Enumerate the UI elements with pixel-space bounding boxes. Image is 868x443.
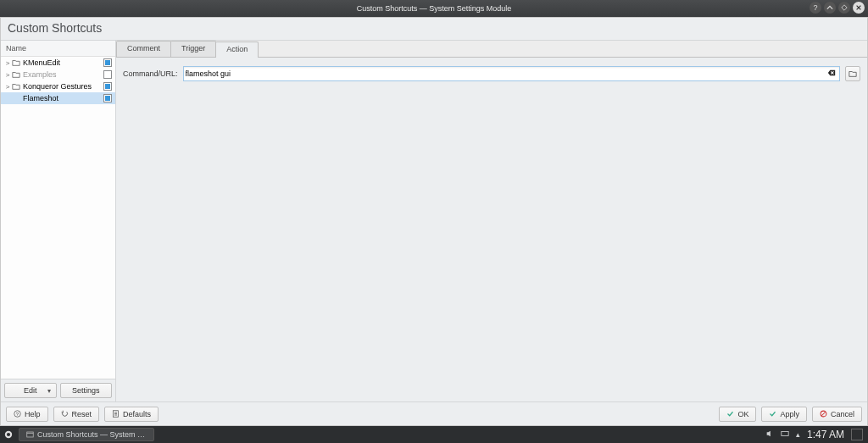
help-icon: ? bbox=[14, 410, 21, 418]
settings-button-label: Settings bbox=[72, 386, 100, 395]
enable-checkbox[interactable] bbox=[103, 70, 112, 79]
detail-pane: CommentTriggerAction Command/URL: bbox=[116, 41, 867, 401]
defaults-button[interactable]: Defaults bbox=[104, 407, 159, 422]
ok-button-label: OK bbox=[737, 410, 748, 418]
reset-button[interactable]: Reset bbox=[53, 407, 100, 422]
reset-button-label: Reset bbox=[72, 410, 92, 418]
command-label: Command/URL: bbox=[123, 69, 178, 78]
tree-row-label: Examples bbox=[21, 70, 100, 79]
svg-rect-8 bbox=[782, 432, 788, 436]
cancel-button-label: Cancel bbox=[831, 410, 854, 418]
window-icon bbox=[26, 430, 34, 439]
defaults-button-label: Defaults bbox=[123, 410, 151, 418]
tab-comment[interactable]: Comment bbox=[116, 41, 171, 57]
tray-expand-icon[interactable]: ▴ bbox=[796, 430, 800, 439]
expander-icon[interactable]: > bbox=[4, 71, 11, 79]
tree-row-label: Flameshot bbox=[21, 94, 100, 102]
start-button[interactable] bbox=[0, 426, 17, 443]
folder-icon bbox=[11, 70, 21, 79]
tree-row-konqueror-gestures[interactable]: >Konqueror Gestures bbox=[1, 80, 115, 92]
window-titlebar: Custom Shortcuts — System Settings Modul… bbox=[0, 0, 868, 17]
maximize-window-button[interactable] bbox=[838, 2, 850, 14]
volume-icon[interactable] bbox=[765, 429, 774, 440]
content-area: Name >KMenuEdit>Examples>Konqueror Gestu… bbox=[1, 41, 867, 401]
apply-button-label: Apply bbox=[780, 410, 799, 418]
svg-point-5 bbox=[7, 433, 10, 436]
folder-open-icon bbox=[849, 69, 857, 78]
undo-icon bbox=[61, 410, 69, 418]
shortcut-tree[interactable]: >KMenuEdit>Examples>Konqueror GesturesFl… bbox=[1, 57, 115, 379]
command-row: Command/URL: bbox=[123, 66, 860, 81]
help-button-label: Help bbox=[25, 410, 41, 418]
tree-header-name: Name bbox=[1, 41, 115, 57]
sidebar-buttons: Edit ▾ Settings bbox=[1, 379, 115, 401]
show-desktop-button[interactable] bbox=[851, 429, 863, 440]
tree-row-flameshot[interactable]: Flameshot bbox=[1, 92, 115, 104]
taskbar-task[interactable]: Custom Shortcuts — System Setti... bbox=[19, 428, 154, 441]
window-buttons: ? bbox=[810, 2, 865, 14]
expander-icon[interactable]: > bbox=[4, 59, 11, 67]
taskbar-task-label: Custom Shortcuts — System Setti... bbox=[37, 430, 147, 439]
cancel-icon bbox=[820, 410, 827, 418]
tab-action[interactable]: Action bbox=[215, 42, 259, 58]
help-button[interactable]: ? Help bbox=[6, 407, 48, 422]
command-input[interactable] bbox=[186, 67, 826, 80]
window-title: Custom Shortcuts — System Settings Modul… bbox=[0, 4, 868, 13]
detail-tabs: CommentTriggerAction bbox=[116, 41, 867, 58]
check-icon bbox=[769, 410, 776, 418]
enable-checkbox[interactable] bbox=[103, 94, 112, 102]
enable-checkbox[interactable] bbox=[103, 58, 112, 67]
cancel-button[interactable]: Cancel bbox=[812, 407, 862, 422]
expander-icon[interactable]: > bbox=[4, 83, 11, 91]
tree-row-kmenuedit[interactable]: >KMenuEdit bbox=[1, 57, 115, 69]
module-title: Custom Shortcuts bbox=[1, 18, 867, 41]
folder-icon bbox=[11, 58, 21, 67]
start-icon bbox=[4, 430, 13, 439]
help-window-button[interactable]: ? bbox=[810, 2, 821, 14]
shortcut-tree-panel: Name >KMenuEdit>Examples>Konqueror Gestu… bbox=[1, 41, 116, 401]
tree-row-examples[interactable]: >Examples bbox=[1, 69, 115, 80]
enable-checkbox[interactable] bbox=[103, 82, 112, 91]
dialog-footer: ? Help Reset Defaults OK Apply Cancel bbox=[1, 401, 867, 425]
tree-row-label: KMenuEdit bbox=[21, 58, 100, 67]
document-icon bbox=[112, 410, 120, 418]
ok-button[interactable]: OK bbox=[719, 407, 756, 422]
browse-button[interactable] bbox=[845, 66, 860, 81]
edit-button[interactable]: Edit ▾ bbox=[4, 383, 57, 398]
minimize-window-button[interactable] bbox=[824, 2, 836, 14]
settings-window: Custom Shortcuts Name >KMenuEdit>Example… bbox=[0, 17, 868, 426]
svg-text:?: ? bbox=[16, 412, 19, 417]
clear-input-icon[interactable] bbox=[826, 69, 837, 79]
desktop-taskbar: Custom Shortcuts — System Setti... ▴ 1:4… bbox=[0, 426, 868, 443]
tree-row-label: Konqueror Gestures bbox=[21, 82, 100, 91]
settings-button[interactable]: Settings bbox=[60, 383, 113, 398]
folder-icon bbox=[11, 82, 21, 91]
tab-trigger[interactable]: Trigger bbox=[170, 41, 216, 57]
chevron-down-icon: ▾ bbox=[47, 387, 51, 395]
svg-rect-6 bbox=[27, 432, 33, 437]
command-input-wrap bbox=[183, 66, 840, 81]
network-icon[interactable] bbox=[781, 429, 789, 440]
tab-action-body: Command/URL: bbox=[116, 58, 867, 401]
check-icon bbox=[726, 410, 734, 418]
apply-button[interactable]: Apply bbox=[761, 407, 807, 422]
edit-button-label: Edit bbox=[24, 386, 37, 395]
close-window-button[interactable] bbox=[853, 2, 865, 14]
system-tray: ▴ 1:47 AM bbox=[765, 429, 868, 440]
taskbar-clock[interactable]: 1:47 AM bbox=[807, 429, 844, 440]
